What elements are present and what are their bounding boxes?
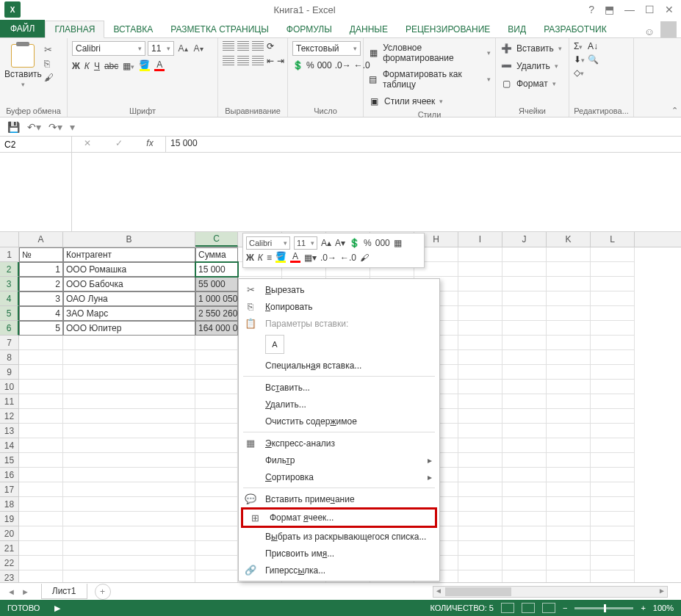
cell[interactable] xyxy=(195,453,238,468)
percent-format-icon[interactable]: % xyxy=(306,60,314,70)
name-box[interactable] xyxy=(0,137,72,231)
row-header[interactable]: 7 xyxy=(0,336,19,350)
cell[interactable] xyxy=(195,497,238,512)
cell[interactable] xyxy=(547,321,591,336)
row-header[interactable]: 17 xyxy=(0,482,19,497)
mini-comma-icon[interactable]: 000 xyxy=(375,238,390,248)
cell[interactable] xyxy=(502,438,547,453)
cell[interactable] xyxy=(502,306,547,321)
tab-home[interactable]: ГЛАВНАЯ xyxy=(45,21,104,38)
cell[interactable] xyxy=(63,438,195,453)
clear-icon[interactable]: ◇▾ xyxy=(574,68,585,78)
cell[interactable]: № xyxy=(19,247,63,262)
cell[interactable] xyxy=(458,247,502,262)
customize-qat-icon[interactable]: ▾ xyxy=(70,121,75,133)
cell[interactable] xyxy=(63,409,195,424)
tab-insert[interactable]: ВСТАВКА xyxy=(104,21,162,37)
cell[interactable] xyxy=(63,394,195,409)
cell[interactable] xyxy=(195,336,238,350)
cell[interactable] xyxy=(547,512,591,526)
chevron-down-icon[interactable]: ▾ xyxy=(21,81,25,88)
find-select-icon[interactable]: 🔍 xyxy=(588,54,599,65)
cell[interactable] xyxy=(458,321,502,336)
paste-option-default[interactable]: A xyxy=(265,335,284,354)
tab-developer[interactable]: РАЗРАБОТЧИК xyxy=(535,21,616,37)
mini-size-dropdown[interactable]: 11▾ xyxy=(294,236,317,250)
cell-styles-button[interactable]: ▣Стили ячеек▾ xyxy=(368,94,443,109)
cell[interactable] xyxy=(502,277,547,291)
sheet-nav-last-icon[interactable]: ► xyxy=(21,587,29,596)
column-header-C[interactable]: C xyxy=(195,232,238,247)
cell[interactable]: 2 550 260 xyxy=(195,306,238,321)
cell[interactable] xyxy=(547,336,591,350)
column-header-L[interactable]: L xyxy=(591,232,635,247)
cm-filter[interactable]: Фильтр▸ xyxy=(239,452,439,468)
cell[interactable] xyxy=(502,424,547,438)
cell[interactable]: 5 xyxy=(19,321,63,336)
cell[interactable] xyxy=(63,336,195,350)
cell[interactable]: 55 000 xyxy=(195,277,238,291)
row-header[interactable]: 11 xyxy=(0,394,19,409)
row-header[interactable]: 1 xyxy=(0,247,19,262)
cm-define-name[interactable]: Присвоить имя... xyxy=(239,545,439,562)
cell[interactable] xyxy=(19,541,63,556)
cell[interactable] xyxy=(502,394,547,409)
cell[interactable] xyxy=(591,482,635,497)
cell[interactable] xyxy=(502,526,547,541)
mini-inc-decimal-icon[interactable]: .0→ xyxy=(320,253,336,263)
align-left-icon[interactable] xyxy=(223,56,234,66)
cell[interactable] xyxy=(458,468,502,482)
fill-icon[interactable]: ⬇▾ xyxy=(574,54,585,65)
cm-hyperlink[interactable]: 🔗Гиперссылка... xyxy=(239,562,439,579)
increase-indent-icon[interactable]: ⇥ xyxy=(277,56,284,66)
cell[interactable] xyxy=(195,380,238,394)
cell[interactable] xyxy=(547,438,591,453)
view-page-break-icon[interactable] xyxy=(542,603,555,613)
cell[interactable] xyxy=(502,556,547,570)
row-header[interactable]: 5 xyxy=(0,306,19,321)
decrease-indent-icon[interactable]: ⇤ xyxy=(267,56,274,66)
cell[interactable] xyxy=(19,468,63,482)
view-page-layout-icon[interactable] xyxy=(522,603,535,613)
cm-insert-comment[interactable]: 💬Вставить примечание xyxy=(239,490,439,507)
cell[interactable] xyxy=(547,453,591,468)
cell[interactable] xyxy=(195,526,238,541)
name-box-input[interactable] xyxy=(0,137,71,153)
minimize-icon[interactable]: — xyxy=(624,4,635,15)
cell[interactable] xyxy=(591,468,635,482)
format-cells-button[interactable]: ▢Формат▾ xyxy=(500,76,556,91)
cell[interactable]: 4 xyxy=(19,306,63,321)
borders-button[interactable]: ▦▾ xyxy=(123,61,134,71)
row-header[interactable]: 10 xyxy=(0,380,19,394)
accounting-format-icon[interactable]: 💲 xyxy=(292,60,303,70)
cell[interactable] xyxy=(458,512,502,526)
cell[interactable] xyxy=(547,291,591,306)
number-format-dropdown[interactable]: Текстовый▾ xyxy=(292,41,361,56)
cell[interactable] xyxy=(591,526,635,541)
cell[interactable] xyxy=(502,291,547,306)
column-header-A[interactable]: A xyxy=(19,232,63,247)
cell[interactable] xyxy=(502,262,547,277)
cell[interactable] xyxy=(502,541,547,556)
cell[interactable]: ОАО Луна xyxy=(63,291,195,306)
comma-format-icon[interactable]: 000 xyxy=(317,60,332,70)
zoom-level[interactable]: 100% xyxy=(653,604,674,612)
zoom-slider[interactable] xyxy=(574,607,633,609)
cm-delete[interactable]: Удалить... xyxy=(239,396,439,413)
row-header[interactable]: 21 xyxy=(0,541,19,556)
cell[interactable] xyxy=(458,526,502,541)
cell[interactable]: ЗАО Марс xyxy=(63,306,195,321)
tab-page-layout[interactable]: РАЗМЕТКА СТРАНИЦЫ xyxy=(162,21,278,37)
mini-format-painter-icon[interactable]: 🖌 xyxy=(360,253,369,263)
cancel-formula-icon[interactable]: ✕ xyxy=(79,137,96,150)
cell[interactable] xyxy=(63,497,195,512)
cell[interactable] xyxy=(63,380,195,394)
cell[interactable]: Контрагент xyxy=(63,247,195,262)
cell[interactable] xyxy=(458,409,502,424)
row-header[interactable]: 2 xyxy=(0,262,19,277)
cell[interactable] xyxy=(591,365,635,380)
autosum-icon[interactable]: Σ▾ xyxy=(574,41,585,51)
row-header[interactable]: 9 xyxy=(0,365,19,380)
row-header[interactable]: 8 xyxy=(0,350,19,365)
align-center-icon[interactable] xyxy=(237,56,249,66)
